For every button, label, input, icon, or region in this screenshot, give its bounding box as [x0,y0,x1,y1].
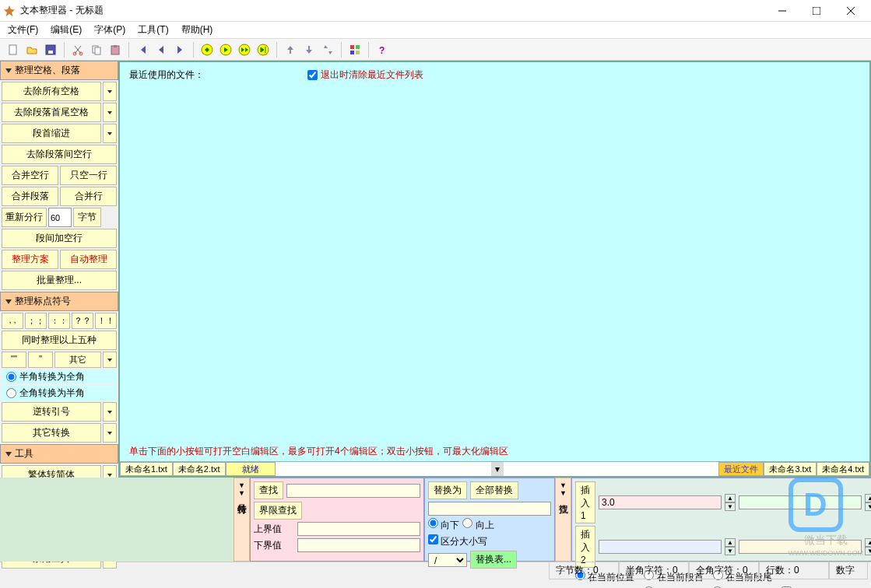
svg-rect-0 [813,7,820,15]
recent-files-label: 最近使用的文件： [129,68,204,82]
punct4-button[interactable]: ？？ [72,313,93,329]
save-icon[interactable] [42,41,59,58]
dropdown-icon[interactable] [103,423,117,443]
help-icon[interactable]: ? [374,41,391,58]
insert1-input[interactable] [599,495,722,509]
dir-up-radio[interactable]: 向上 [462,518,493,532]
dropdown-icon[interactable] [103,352,117,368]
case-checkbox[interactable]: 区分大小写 [428,534,551,548]
new-icon[interactable] [5,41,22,58]
remove-para-blank-button[interactable]: 去除段落间空行 [2,145,117,164]
insert4-input[interactable] [739,540,862,554]
insert1-button[interactable]: 插入1 [575,481,595,523]
punct3-button[interactable]: ：： [48,313,70,329]
remove-all-spaces-button[interactable]: 去除所有空格 [2,82,101,101]
find-button[interactable]: 查找 [254,481,283,499]
only-one-button[interactable]: 只空一行 [60,166,117,185]
nav2-icon[interactable] [217,41,234,58]
dropdown-icon[interactable] [103,82,117,101]
upper-input[interactable] [297,522,420,536]
tab-3[interactable]: 未命名3.txt [764,462,817,476]
editor-body[interactable] [120,88,869,445]
remove-para-trail-button[interactable]: 去除段落首尾空格 [2,103,101,122]
tab-dropdown[interactable]: ▾ [491,462,504,476]
rewrap-input[interactable] [48,208,72,227]
clear-recent-checkbox[interactable]: 退出时清除最近文件列表 [307,69,423,80]
section-punct-header[interactable]: 整理标点符号 [0,292,118,311]
menu-font[interactable]: 字体(P) [90,22,130,38]
section-spaces-header[interactable]: 整理空格、段落 [0,61,118,80]
nav3-icon[interactable] [236,41,253,58]
prev-icon[interactable] [153,41,170,58]
section-tools-header[interactable]: 工具 [0,444,118,464]
merge-para-button[interactable]: 合并段落 [2,187,58,206]
find-input[interactable] [286,484,420,498]
recent-tab[interactable]: 最近文件 [718,462,764,476]
half2full-radio[interactable]: 半角转换为全角 [2,369,117,384]
merge-line-button[interactable]: 合并行 [60,187,117,206]
nav1-icon[interactable] [198,41,216,58]
reverse-quote-button[interactable]: 逆转引号 [2,402,101,422]
next-icon[interactable] [171,41,188,58]
other-button[interactable]: 其它 [54,352,101,368]
svg-rect-7 [95,47,100,54]
dropdown-icon[interactable] [103,103,117,122]
tabbar: 未命名1.txt 未命名2.txt 就绪 ▾ 最近文件 未命名3.txt 未命名… [120,461,869,476]
up-icon[interactable] [282,41,299,58]
menu-tools[interactable]: 工具(T) [133,22,173,38]
replace-table-button[interactable]: 替换表... [470,551,517,569]
scheme-button[interactable]: 整理方案 [2,250,58,269]
replace-input[interactable] [428,502,551,516]
tab-1[interactable]: 未命名1.txt [120,462,173,476]
punct1-button[interactable]: , , [2,313,23,329]
status-half: 半角字符：0 [619,562,689,579]
menu-file[interactable]: 文件(F) [3,22,43,38]
open-icon[interactable] [23,41,40,58]
lower-input[interactable] [297,538,420,552]
all5-button[interactable]: 同时整理以上五种 [2,331,117,350]
special-chars-vlabel[interactable]: ▼▼特殊符号 [234,478,250,562]
dropdown-icon[interactable] [103,402,117,422]
editor-hint: 单击下面的小按钮可打开空白编辑区，最多可打开4个编辑区；双击小按钮，可最大化编辑… [120,445,869,461]
first-icon[interactable] [134,41,151,58]
replace-all-button[interactable]: 全部替换 [470,481,518,499]
limit-find-button[interactable]: 界限查找 [254,502,302,520]
updown-icon[interactable] [319,41,336,58]
insert2-input[interactable] [599,540,722,554]
status-tab: 就绪 [226,462,276,476]
punct5-button[interactable]: ！！ [95,313,117,329]
paste-icon[interactable] [107,41,124,58]
maximize-button[interactable] [799,0,834,22]
full2half-radio[interactable]: 全角转换为半角 [2,386,117,401]
down-icon[interactable] [300,41,318,58]
add-blank-button[interactable]: 段间加空行 [2,229,117,248]
menu-edit[interactable]: 编辑(E) [46,22,86,38]
tab-2[interactable]: 未命名2.txt [173,462,226,476]
replace-select[interactable]: / [428,553,467,567]
close-button[interactable] [834,0,868,22]
dropdown-icon[interactable] [103,124,117,143]
find-vlabel[interactable]: ▼▼查找 [555,478,571,562]
copy-icon[interactable] [88,41,105,58]
cut-icon[interactable] [69,41,86,58]
nav4-icon[interactable] [255,41,272,58]
quote2-button[interactable]: '' [28,352,53,368]
other-conv-button[interactable]: 其它转换 [2,423,101,443]
dir-down-radio[interactable]: 向下 [428,518,459,532]
svg-rect-1 [9,45,16,54]
rewrap-button[interactable]: 重新分行 [2,208,47,227]
indent-button[interactable]: 段首缩进 [2,124,101,143]
auto-button[interactable]: 自动整理 [60,250,117,269]
menu-help[interactable]: 帮助(H) [177,22,218,38]
merge-blank-button[interactable]: 合并空行 [2,166,58,185]
quote1-button[interactable]: "" [2,352,26,368]
grid-icon[interactable] [346,41,364,58]
batch-button[interactable]: 批量整理... [2,271,117,290]
insert3-input[interactable] [739,495,862,509]
punct2-button[interactable]: ；； [25,313,47,329]
svg-rect-14 [350,45,354,49]
toolbar: ? [0,39,871,61]
minimize-button[interactable] [765,0,799,22]
replace-button[interactable]: 替换为 [428,481,467,499]
tab-4[interactable]: 未命名4.txt [817,462,869,476]
